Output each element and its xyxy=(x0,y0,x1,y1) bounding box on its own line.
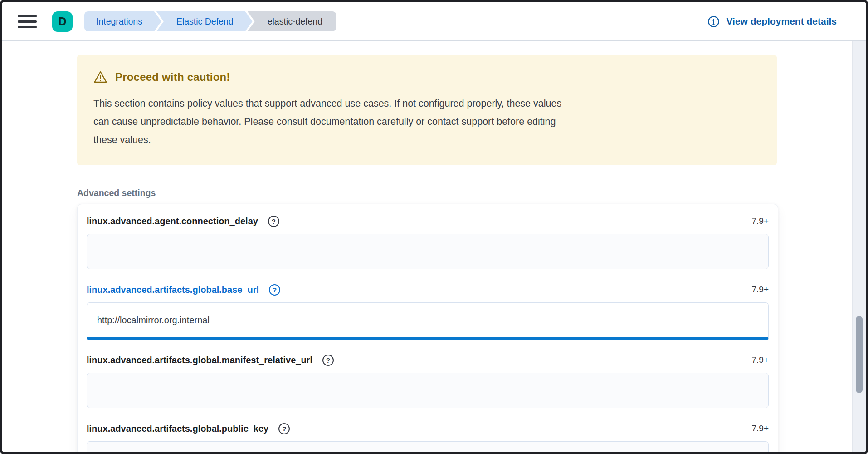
setting-value-input[interactable] xyxy=(87,441,769,452)
page-content: Proceed with caution! This section conta… xyxy=(2,41,866,452)
warning-callout-body: This section contains policy values that… xyxy=(93,94,759,149)
setting-name-label: linux.advanced.artifacts.global.base_url xyxy=(87,285,259,295)
setting-row-base-url: linux.advanced.artifacts.global.base_url… xyxy=(87,283,769,340)
setting-row-header: linux.advanced.agent.connection_delay ? … xyxy=(87,214,769,228)
warning-triangle-icon xyxy=(93,70,107,84)
breadcrumb-elastic-defend[interactable]: Elastic Defend xyxy=(156,11,253,31)
setting-row-connection-delay: linux.advanced.agent.connection_delay ? … xyxy=(87,214,769,269)
setting-row-public-key: linux.advanced.artifacts.global.public_k… xyxy=(87,422,769,452)
setting-version-badge: 7.9+ xyxy=(751,355,769,365)
setting-row-header: linux.advanced.artifacts.global.base_url… xyxy=(87,283,769,296)
warning-callout-line: This section contains policy values that… xyxy=(93,94,759,113)
setting-version-badge: 7.9+ xyxy=(751,216,769,226)
top-navigation-bar: D Integrations Elastic Defend elastic-de… xyxy=(2,2,866,41)
setting-value-input[interactable] xyxy=(87,373,769,408)
setting-value-input[interactable] xyxy=(87,234,769,269)
view-deployment-details-link[interactable]: View deployment details xyxy=(707,15,837,28)
question-mark-icon[interactable]: ? xyxy=(269,284,280,296)
setting-name-label: linux.advanced.artifacts.global.manifest… xyxy=(87,355,312,365)
setting-row-header: linux.advanced.artifacts.global.manifest… xyxy=(87,353,769,367)
question-mark-icon[interactable]: ? xyxy=(278,423,290,434)
policy-advanced-settings: Proceed with caution! This section conta… xyxy=(2,41,866,452)
breadcrumb-integrations[interactable]: Integrations xyxy=(84,11,161,31)
breadcrumb-current-policy: elastic-defend xyxy=(248,11,336,31)
setting-version-badge: 7.9+ xyxy=(751,424,769,434)
setting-name-label: linux.advanced.agent.connection_delay xyxy=(87,216,258,227)
deployment-avatar[interactable]: D xyxy=(52,11,73,32)
app-window: D Integrations Elastic Defend elastic-de… xyxy=(0,0,868,454)
question-mark-icon[interactable]: ? xyxy=(322,355,334,366)
advanced-settings-panel: linux.advanced.agent.connection_delay ? … xyxy=(77,204,778,452)
setting-row-header: linux.advanced.artifacts.global.public_k… xyxy=(87,422,769,435)
setting-row-manifest-relative-url: linux.advanced.artifacts.global.manifest… xyxy=(87,353,769,408)
scrollbar-thumb[interactable] xyxy=(856,316,863,393)
warning-callout-line: can cause unpredictable behavior. Please… xyxy=(93,113,759,131)
setting-version-badge: 7.9+ xyxy=(751,285,769,295)
breadcrumb: Integrations Elastic Defend elastic-defe… xyxy=(84,11,336,31)
warning-callout: Proceed with caution! This section conta… xyxy=(77,55,777,165)
setting-value-input[interactable] xyxy=(87,302,769,340)
warning-callout-header: Proceed with caution! xyxy=(93,70,759,84)
question-mark-icon[interactable]: ? xyxy=(268,216,279,227)
setting-name-label: linux.advanced.artifacts.global.public_k… xyxy=(87,424,268,434)
warning-callout-line: these values. xyxy=(93,131,759,149)
warning-callout-title: Proceed with caution! xyxy=(115,71,230,84)
advanced-settings-heading: Advanced settings xyxy=(77,188,837,198)
view-deployment-details-label: View deployment details xyxy=(726,16,837,27)
scrollbar-track[interactable] xyxy=(852,41,866,452)
menu-icon[interactable] xyxy=(18,15,37,28)
info-icon xyxy=(707,15,720,28)
